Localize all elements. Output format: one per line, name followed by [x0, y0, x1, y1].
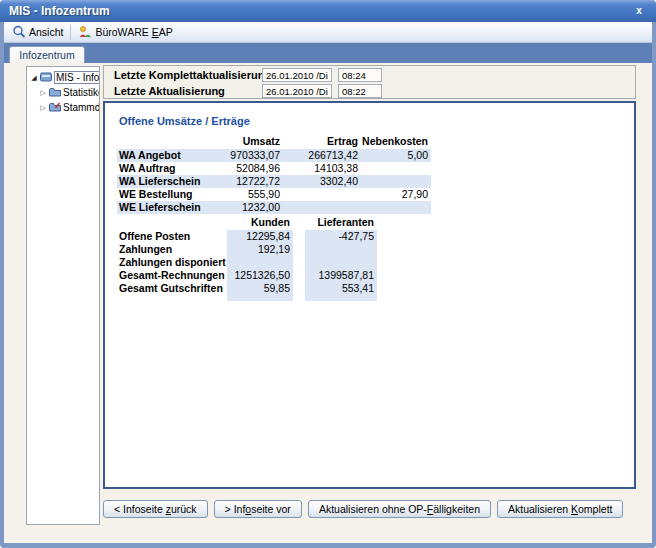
infoseite-zurueck-button[interactable]: < Infoseite zurück — [103, 500, 208, 518]
row-label: Gesamt Gutschriften — [117, 282, 227, 295]
table-row: WE Bestellung 555,90 27,90 — [117, 188, 431, 201]
last-update-label: Letzte Aktualisierung — [114, 85, 225, 97]
table-row: Zahlungen disponiert — [117, 256, 431, 269]
table-row: Gesamt Gutschriften 59,85 553,41 — [117, 282, 431, 295]
header-spacer — [117, 215, 227, 230]
kunden-value: 12295,84 — [227, 230, 293, 243]
last-full-update-date-field[interactable] — [262, 68, 332, 82]
lieferanten-value: 1399587,81 — [305, 269, 377, 282]
table-row: Zahlungen 192,19 — [117, 243, 431, 256]
row-label: WA Lieferschein — [117, 175, 201, 188]
ansicht-button[interactable]: Ansicht — [7, 24, 68, 41]
tree-item-label: Stammdaten — [63, 102, 100, 113]
column-header-nebenkosten: Nebenkosten — [361, 134, 431, 149]
column-gap — [293, 215, 305, 230]
folder-edit-icon — [49, 102, 61, 114]
row-label: Offene Posten — [117, 230, 227, 243]
column-gap — [293, 243, 305, 256]
title-bar[interactable]: MIS - Infozentrum x — [0, 0, 656, 22]
lieferanten-value — [305, 256, 377, 269]
row-label: Zahlungen disponiert — [117, 256, 227, 269]
last-update-time-field[interactable] — [338, 84, 382, 98]
close-icon[interactable]: x — [631, 3, 647, 18]
umsaetze-table: Umsatz Ertrag Nebenkosten WA Angebot 970… — [117, 134, 431, 214]
tree-item-statistiken[interactable]: ▷ Statistiken — [28, 85, 98, 100]
last-update-row: Letzte Aktualisierung — [104, 84, 635, 98]
nebenkosten-value — [361, 175, 431, 188]
table-row: Offene Posten 12295,84 -427,75 — [117, 230, 431, 243]
table-row: Gesamt-Rechnungen 1251326,50 1399587,81 — [117, 269, 431, 282]
table-header-row: Kunden Lieferanten — [117, 215, 431, 230]
expander-collapsed-icon[interactable]: ▷ — [39, 104, 47, 112]
ertrag-value — [283, 188, 361, 201]
ansicht-label: Ansicht — [29, 26, 63, 38]
table-header-row: Umsatz Ertrag Nebenkosten — [117, 134, 431, 149]
tree-item-stammdaten[interactable]: ▷ Stammdaten — [28, 100, 98, 115]
nebenkosten-value — [361, 201, 431, 214]
column-gap — [293, 256, 305, 269]
tab-strip: Infozentrum — [4, 43, 652, 63]
infoseite-vor-button[interactable]: > Infoseite vor — [214, 500, 302, 518]
column-header-umsatz: Umsatz — [201, 134, 283, 149]
report-panel: Offene Umsätze / Erträge Umsatz Ertrag N… — [103, 101, 636, 489]
row-label: Zahlungen — [117, 243, 227, 256]
last-full-update-time-field[interactable] — [338, 68, 382, 82]
toolbar: Ansicht BüroWARE EAP — [4, 22, 652, 43]
umsatz-value: 555,90 — [201, 188, 283, 201]
footer-buttons: < Infoseite zurück > Infoseite vor Aktua… — [103, 500, 623, 518]
tree-item-label: Statistiken — [63, 87, 100, 98]
lieferanten-value — [305, 243, 377, 256]
content-area: ◢ MIS - Infozentrum ▷ Statistiken ▷ — [4, 63, 652, 543]
last-update-date-field[interactable] — [262, 84, 332, 98]
kunden-value: 1251326,50 — [227, 269, 293, 282]
expander-collapsed-icon[interactable]: ▷ — [39, 89, 47, 97]
row-label: Gesamt-Rechnungen — [117, 269, 227, 282]
pad-lieferanten — [305, 295, 377, 301]
buroware-eap-icon — [78, 25, 92, 40]
ertrag-value: 14103,38 — [283, 162, 361, 175]
umsatz-value: 1232,00 — [201, 201, 283, 214]
view-magnifier-icon — [12, 25, 26, 40]
column-header-ertrag: Ertrag — [283, 134, 361, 149]
table-pad-row — [117, 295, 431, 301]
row-label: WE Lieferschein — [117, 201, 201, 214]
last-update-box: Letzte Komplettaktualisierung Letzte Akt… — [103, 65, 636, 99]
nebenkosten-value — [361, 162, 431, 175]
navigation-tree: ◢ MIS - Infozentrum ▷ Statistiken ▷ — [26, 66, 100, 525]
tree-item-infozentrum[interactable]: ◢ MIS - Infozentrum — [28, 70, 98, 85]
app-window: MIS - Infozentrum x Ansicht BüroWARE EAP… — [0, 0, 656, 548]
toolbar-separator — [70, 25, 71, 40]
window-title: MIS - Infozentrum — [9, 4, 110, 18]
buroware-eap-label: BüroWARE EAP — [95, 26, 172, 38]
kunden-value: 59,85 — [227, 282, 293, 295]
last-full-update-label: Letzte Komplettaktualisierung — [114, 69, 271, 81]
column-gap — [293, 282, 305, 295]
report-title: Offene Umsätze / Erträge — [119, 115, 250, 127]
kunden-value — [227, 256, 293, 269]
column-gap — [293, 269, 305, 282]
infocenter-icon — [40, 72, 52, 84]
lieferanten-value: -427,75 — [305, 230, 377, 243]
aktualisieren-komplett-button[interactable]: Aktualisieren Komplett — [497, 500, 623, 518]
aktualisieren-ohne-op-button[interactable]: Aktualisieren ohne OP-Fälligkeiten — [308, 500, 491, 518]
last-full-update-row: Letzte Komplettaktualisierung — [104, 68, 635, 82]
buroware-eap-button[interactable]: BüroWARE EAP — [73, 24, 177, 41]
nebenkosten-value: 5,00 — [361, 149, 431, 162]
row-label: WA Angebot — [117, 149, 201, 162]
column-header-lieferanten: Lieferanten — [305, 215, 377, 230]
column-gap — [293, 295, 305, 301]
nebenkosten-value: 27,90 — [361, 188, 431, 201]
tab-infozentrum[interactable]: Infozentrum — [9, 46, 85, 63]
ertrag-value: 3302,40 — [283, 175, 361, 188]
pad-kunden — [227, 295, 293, 301]
expander-expanded-icon[interactable]: ◢ — [30, 74, 38, 82]
folder-icon — [49, 87, 61, 99]
pad-spacer — [117, 295, 227, 301]
umsatz-value: 12722,72 — [201, 175, 283, 188]
table-row: WE Lieferschein 1232,00 — [117, 201, 431, 214]
column-gap — [293, 230, 305, 243]
tree-item-label: MIS - Infozentrum — [54, 71, 100, 84]
table-row: WA Lieferschein 12722,72 3302,40 — [117, 175, 431, 188]
ertrag-value: 266713,42 — [283, 149, 361, 162]
ertrag-value — [283, 201, 361, 214]
